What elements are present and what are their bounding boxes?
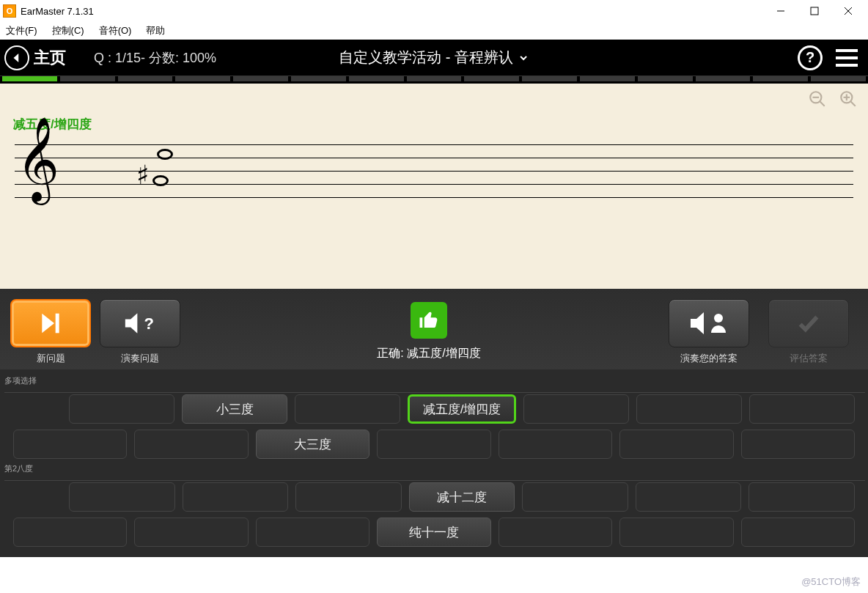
answer-blank [256,518,369,547]
progress-segment [407,76,462,81]
feedback-text: 正确: 减五度/增四度 [377,346,480,361]
answer-blank [523,394,629,424]
svg-text:?: ? [144,314,154,333]
answer-减十二度[interactable]: 减十二度 [409,482,515,512]
answer-blank [499,430,612,459]
evaluate-label: 评估答案 [790,352,828,365]
answer-row-2: 大三度 [3,427,865,462]
new-question-label: 新问题 [37,352,65,365]
progress-segment [580,76,635,81]
menu-note[interactable]: 音符(O) [96,23,135,39]
window-title: EarMaster 7.1.31 [21,6,94,17]
zoom-out-icon[interactable] [808,89,827,108]
svg-point-16 [714,314,723,323]
progress-segment [175,76,230,81]
svg-rect-1 [811,7,818,15]
answer-blank [134,430,248,459]
progress-segment [638,76,693,81]
svg-marker-15 [691,312,704,334]
music-staff: 𝄞 ♯ [0,137,868,218]
progress-segment [60,76,115,81]
answers-area: 多项选择 小三度减五度/增四度 大三度 第2八度 减十二度 纯十一度 [0,369,868,557]
answer-row-1: 小三度减五度/增四度 [3,391,865,427]
menu-control[interactable]: 控制(C) [49,23,87,39]
score-text: Q : 1/15- 分数: 100% [94,49,216,67]
play-question-button[interactable]: ? [100,299,180,347]
answer-减五度/增四度[interactable]: 减五度/增四度 [408,394,516,424]
control-panel: 新问题 ? 演奏问题 正确: 减五度/增四度 演奏您的答案 评估答案 [0,289,868,369]
answer-blank [377,430,490,459]
menu-button[interactable] [833,46,861,70]
answer-blank [69,394,174,424]
activity-title[interactable]: 自定义教学活动 - 音程辨认 [339,48,529,67]
answer-纯十一度[interactable]: 纯十一度 [377,518,490,547]
answer-blank [522,482,628,512]
menu-file[interactable]: 文件(F) [3,23,40,39]
maximize-button[interactable] [798,1,831,21]
staff-area: 减五度/增四度 𝄞 ♯ [0,84,868,289]
zoom-in-icon[interactable] [839,89,858,108]
answer-blank [619,430,733,459]
help-button[interactable]: ? [798,45,823,70]
progress-segment [811,76,866,81]
progress-segment [349,76,404,81]
answer-大三度[interactable]: 大三度 [256,430,369,459]
thumbs-up-icon [411,302,447,339]
answer-blank [499,518,612,547]
progress-segment [2,76,57,81]
section-multichoice: 多项选择 [4,381,865,393]
close-button[interactable] [831,1,865,21]
appbar: 主页 Q : 1/15- 分数: 100% 自定义教学活动 - 音程辨认 ? [0,40,868,76]
answer-row-4: 纯十一度 [3,515,865,550]
progress-segment [291,76,346,81]
svg-rect-12 [56,314,59,334]
treble-clef-icon: 𝄞 [16,123,59,196]
progress-bar [0,76,868,84]
window-controls [764,1,865,21]
progress-segment [233,76,288,81]
menubar: 文件(F) 控制(C) 音符(O) 帮助 [0,22,868,40]
section-octave2: 第2八度 [4,469,865,481]
answer-blank [636,394,742,424]
svg-line-8 [850,101,856,106]
answer-blank [295,482,402,512]
play-your-answer-button[interactable] [669,299,749,347]
titlebar: O EarMaster 7.1.31 [0,0,868,22]
answer-blank [13,430,127,459]
watermark: @51CTO博客 [801,575,861,589]
answer-blank [619,518,733,547]
new-question-button[interactable] [10,299,91,347]
progress-segment [522,76,577,81]
back-button[interactable] [4,45,29,70]
evaluate-button [768,299,849,347]
svg-marker-11 [42,314,54,334]
play-your-answer-label: 演奏您的答案 [680,352,738,365]
answer-blank [295,394,400,424]
feedback-area: 正确: 减五度/增四度 [189,299,669,361]
answer-blank [749,394,855,424]
progress-segment [118,76,173,81]
progress-segment [696,76,751,81]
progress-segment [753,76,808,81]
answer-blank [741,518,855,547]
answer-blank [183,482,289,512]
answer-row-3: 减十二度 [3,479,865,515]
staff-answer-label: 减五度/增四度 [13,116,868,133]
minimize-button[interactable] [764,1,798,21]
answer-blank [749,482,855,512]
answer-blank [741,430,855,459]
menu-help[interactable]: 帮助 [143,23,168,39]
answer-blank [636,482,742,512]
chevron-down-icon [518,52,529,64]
play-question-label: 演奏问题 [121,352,159,365]
progress-segment [464,76,519,81]
answer-blank [13,518,127,547]
answer-小三度[interactable]: 小三度 [182,394,287,424]
home-label[interactable]: 主页 [34,47,66,69]
app-icon: O [3,4,16,18]
svg-marker-13 [125,313,138,334]
sharp-symbol: ♯ [136,160,149,191]
svg-line-5 [820,101,825,106]
answer-blank [69,482,175,512]
answer-blank [134,518,248,547]
